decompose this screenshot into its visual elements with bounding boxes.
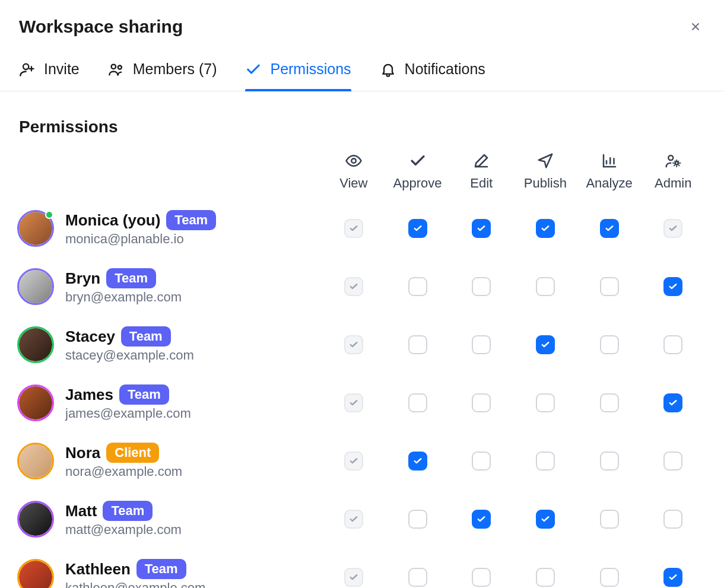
checkbox-publish[interactable] [536, 568, 555, 587]
perm-header-edit: Edit [449, 144, 513, 199]
perm-cell-edit [449, 452, 513, 471]
admin-icon [664, 152, 682, 170]
send-icon [536, 152, 554, 170]
perm-header-analyze: Analyze [577, 144, 642, 199]
checkbox-analyze[interactable] [600, 393, 619, 412]
checkbox-approve[interactable] [408, 277, 427, 296]
user-text: BrynTeambryn@example.com [65, 268, 182, 305]
checkbox-view [344, 568, 363, 587]
check-icon [348, 456, 359, 466]
perm-cell-admin [641, 393, 705, 412]
avatar-image [19, 503, 52, 536]
avatar-image [19, 386, 52, 419]
checkbox-edit[interactable] [472, 452, 491, 471]
check-icon [668, 398, 678, 408]
checkbox-view [344, 335, 363, 354]
checkbox-analyze[interactable] [600, 510, 619, 529]
checkbox-approve[interactable] [408, 393, 427, 412]
checkbox-admin[interactable] [663, 510, 682, 529]
checkbox-analyze[interactable] [600, 219, 619, 238]
role-badge: Team [103, 501, 153, 521]
check-icon [668, 223, 678, 234]
checkbox-admin[interactable] [663, 277, 682, 296]
role-badge: Team [136, 559, 186, 579]
tab-members[interactable]: Members (7) [108, 61, 217, 91]
tab-invite[interactable]: Invite [19, 61, 80, 91]
perm-cell-publish [513, 277, 577, 296]
checkbox-analyze[interactable] [600, 452, 619, 471]
checkbox-publish[interactable] [536, 510, 555, 529]
permission-row: MattTeammatt@example.com [19, 490, 705, 548]
checkbox-approve[interactable] [408, 335, 427, 354]
checkbox-edit[interactable] [472, 393, 491, 412]
perm-cell-edit [449, 277, 513, 296]
checkbox-approve[interactable] [408, 568, 427, 587]
checkbox-admin[interactable] [663, 568, 682, 587]
user-email: monica@planable.io [65, 231, 216, 247]
checkbox-publish[interactable] [536, 393, 555, 412]
user-text: JamesTeamjames@example.com [65, 384, 191, 421]
perm-cell-publish [513, 393, 577, 412]
checkbox-publish[interactable] [536, 219, 555, 238]
checkbox-edit[interactable] [472, 277, 491, 296]
permissions-rows: Monica (you)Teammonica@planable.ioBrynTe… [19, 199, 705, 588]
close-button[interactable] [686, 17, 705, 36]
perm-header-approve: Approve [386, 144, 450, 199]
checkbox-edit[interactable] [472, 568, 491, 587]
dialog-title: Workspace sharing [19, 17, 183, 37]
checkbox-publish[interactable] [536, 335, 555, 354]
checkbox-admin[interactable] [663, 335, 682, 354]
checkbox-view [344, 510, 363, 529]
avatar [19, 270, 52, 303]
checkbox-edit[interactable] [472, 510, 491, 529]
checkbox-analyze[interactable] [600, 568, 619, 587]
avatar-image [19, 328, 52, 361]
perm-cell-edit [449, 219, 513, 238]
perm-header-admin: Admin [641, 144, 705, 199]
user-name-row: Monica (you)Team [65, 210, 216, 230]
user-name: James [65, 386, 113, 404]
checkbox-admin[interactable] [663, 452, 682, 471]
perm-header-label: Approve [393, 176, 442, 191]
check-icon [412, 223, 423, 234]
tab-label: Notifications [405, 61, 485, 78]
tab-notifications[interactable]: Notifications [380, 61, 485, 91]
tab-permissions[interactable]: Permissions [245, 61, 351, 91]
role-badge: Team [106, 268, 156, 288]
tab-label: Invite [44, 61, 80, 78]
check-icon [412, 456, 423, 466]
checkbox-edit[interactable] [472, 335, 491, 354]
presence-dot-icon [45, 211, 53, 219]
perm-cell-approve [386, 393, 450, 412]
avatar-image [19, 270, 52, 303]
checkbox-publish[interactable] [536, 277, 555, 296]
user-plus-icon [19, 61, 36, 78]
check-icon [245, 61, 262, 78]
checkbox-publish[interactable] [536, 452, 555, 471]
perm-cell-admin [641, 568, 705, 587]
permission-row: KathleenTeamkathleen@example.com [19, 548, 705, 588]
checkbox-admin[interactable] [663, 393, 682, 412]
permission-row: BrynTeambryn@example.com [19, 258, 705, 316]
perm-cell-analyze [577, 452, 642, 471]
checkbox-analyze[interactable] [600, 335, 619, 354]
perm-cell-analyze [577, 568, 642, 587]
user-name: Monica (you) [65, 211, 160, 230]
user-email: stacey@example.com [65, 348, 194, 363]
permissions-grid: ViewApproveEditPublishAnalyzeAdmin Monic… [19, 144, 705, 588]
perm-header-label: Publish [524, 176, 567, 191]
check-icon [668, 281, 678, 292]
checkbox-approve[interactable] [408, 510, 427, 529]
checkbox-analyze[interactable] [600, 277, 619, 296]
avatar [19, 386, 52, 419]
perm-header-view: View [322, 144, 386, 199]
perm-cell-analyze [577, 219, 642, 238]
check-icon [348, 398, 359, 408]
checkbox-approve[interactable] [408, 219, 427, 238]
checkbox-edit[interactable] [472, 219, 491, 238]
perm-cell-admin [641, 335, 705, 354]
user-text: MattTeammatt@example.com [65, 501, 182, 538]
perm-cell-edit [449, 393, 513, 412]
checkbox-approve[interactable] [408, 452, 427, 471]
check-icon [540, 223, 551, 234]
